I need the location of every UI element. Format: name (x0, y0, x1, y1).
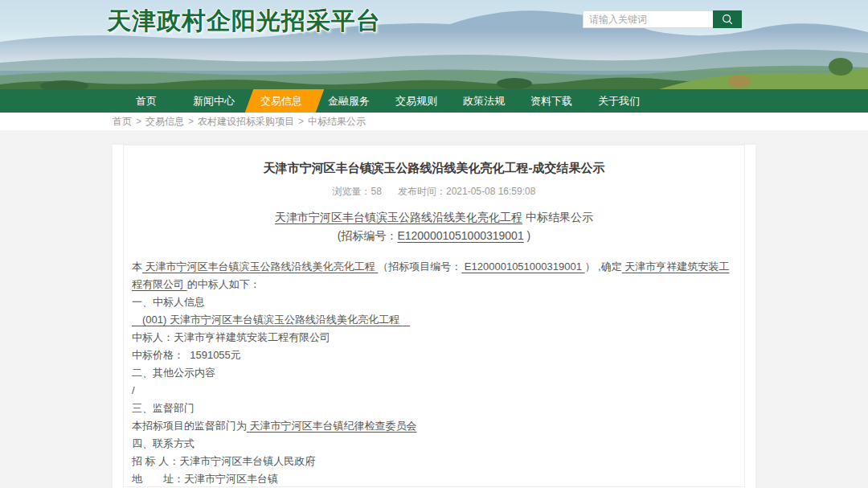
nav-item-label: 政策法规 (463, 95, 505, 107)
plain-text: 的中标人如下： (187, 278, 260, 290)
publish-label: 发布时间： (398, 186, 446, 197)
plain-text: 二、其他公示内容 (132, 367, 215, 379)
plain-text: ） ,确定 (585, 260, 622, 273)
plain-text: 三、监督部门 (132, 402, 194, 414)
plain-text: / (132, 384, 135, 396)
header-banner: 天津政村企阳光招采平台 (0, 0, 868, 89)
nav-item-label: 新闻中心 (193, 95, 235, 107)
nav-item-label: 交易规则 (395, 95, 437, 107)
search-button[interactable] (713, 10, 742, 28)
plain-text: 本 (132, 260, 142, 273)
nav-item-0[interactable]: 首页 (113, 89, 180, 113)
breadcrumb-item[interactable]: 中标结果公示 (308, 116, 366, 127)
search-icon (721, 13, 734, 26)
nav-item-3[interactable]: 金融服务 (315, 89, 383, 113)
nav-item-1[interactable]: 新闻中心 (180, 89, 248, 113)
article-body: 本 天津市宁河区丰台镇滨玉公路线沿线美化亮化工程 （招标项目编号： E12000… (130, 258, 738, 487)
nav-item-5[interactable]: 政策法规 (450, 89, 518, 113)
content-line: / (132, 382, 736, 400)
nav-list: 首页新闻中心交易信息金融服务交易规则政策法规资料下载关于我们 (0, 89, 868, 113)
breadcrumb-item[interactable]: 首页 (113, 116, 132, 127)
nav-item-2[interactable]: 交易信息 (248, 89, 315, 113)
underlined-text: 天津市宁河区丰台镇滨玉公路线沿线美化亮化工程 (275, 211, 522, 223)
breadcrumb-item[interactable]: 农村建设招标采购项目 (198, 116, 294, 127)
content-line: 地 址：天津市宁河区丰台镇 (132, 470, 736, 487)
plain-text: 中标人：天津市亨祥建筑安装工程有限公司 (132, 331, 330, 343)
breadcrumb-separator: > (136, 116, 141, 127)
nav-item-6[interactable]: 资料下载 (518, 89, 585, 113)
breadcrumb-item[interactable]: 交易信息 (145, 116, 184, 127)
award-paragraph: 本 天津市宁河区丰台镇滨玉公路线沿线美化亮化工程 （招标项目编号： E12000… (132, 258, 736, 293)
article-meta: 浏览量：58发布时间：2021-05-08 16:59:08 (130, 186, 738, 197)
plain-text: 中标价格： 1591055元 (132, 349, 241, 361)
content-line: 二、其他公示内容 (132, 364, 736, 382)
search-bar (583, 10, 742, 28)
plain-text: 四、联系方式 (132, 437, 194, 449)
plain-text: 招 标 人：天津市宁河区丰台镇人民政府 (132, 455, 315, 467)
underlined-text: 天津市宁河区丰台镇纪律检查委员会 (247, 420, 417, 432)
content-line: 四、联系方式 (132, 435, 736, 453)
content-line: 招 标 人：天津市宁河区丰台镇人民政府 (132, 453, 736, 470)
content-line: 三、监督部门 (132, 400, 736, 417)
underlined-text: 天津市宁河区丰台镇滨玉公路线沿线美化亮化工程 (142, 260, 378, 273)
main-area: 天津市宁河区丰台镇滨玉公路线沿线美化亮化工程-成交结果公示 浏览量：58发布时间… (0, 130, 868, 488)
nav-item-4[interactable]: 交易规则 (383, 89, 450, 113)
breadcrumb-separator: > (298, 116, 304, 127)
main-nav: 首页新闻中心交易信息金融服务交易规则政策法规资料下载关于我们 (0, 89, 868, 113)
nav-item-label: 交易信息 (260, 95, 302, 107)
plain-text: 中标结果公示 (522, 211, 593, 223)
plain-text: (招标编号： (338, 229, 398, 242)
site-title: 天津政村企阳光招采平台 (107, 5, 381, 38)
content-line: 本招标项目的监督部门为 天津市宁河区丰台镇纪律检查委员会 (132, 417, 736, 435)
content-line: 中标人：天津市亨祥建筑安装工程有限公司 (132, 329, 736, 347)
views-label: 浏览量： (333, 186, 371, 197)
nav-item-7[interactable]: 关于我们 (585, 89, 653, 113)
nav-item-label: 关于我们 (598, 95, 640, 107)
plain-text: 地 址：天津市宁河区丰台镇 (132, 473, 278, 485)
notice-bid-number: (招标编号：E1200001051000319001 ) (130, 227, 738, 245)
search-input[interactable] (583, 10, 713, 28)
content-line: 一、中标人信息 (132, 293, 736, 311)
plain-text: 本招标项目的监督部门为 (132, 420, 247, 432)
underlined-text: (001) 天津市宁河区丰台镇滨玉公路线沿线美化亮化工程 (132, 314, 410, 326)
plain-text: （招标项目编号： (378, 260, 461, 273)
notice-title: 天津市宁河区丰台镇滨玉公路线沿线美化亮化工程 中标结果公示 (130, 208, 738, 227)
content-lines: 一、中标人信息 (001) 天津市宁河区丰台镇滨玉公路线沿线美化亮化工程 中标人… (132, 293, 736, 487)
article-card-inner: 天津市宁河区丰台镇滨玉公路线沿线美化亮化工程-成交结果公示 浏览量：58发布时间… (123, 145, 745, 487)
breadcrumb: 首页>交易信息>农村建设招标采购项目>中标结果公示 (0, 113, 868, 130)
breadcrumb-separator: > (188, 116, 194, 127)
page: 天津政村企阳光招采平台 首页新闻中心交易信息金融服务交易规则政策法规资料下载关于… (0, 0, 868, 488)
publish-time: 2021-05-08 16:59:08 (446, 186, 535, 197)
article-card: 天津市宁河区丰台镇滨玉公路线沿线美化亮化工程-成交结果公示 浏览量：58发布时间… (113, 145, 755, 488)
views-count: 58 (371, 186, 382, 197)
nav-item-label: 首页 (136, 95, 157, 107)
plain-text: ) (524, 229, 531, 242)
content-line: (001) 天津市宁河区丰台镇滨玉公路线沿线美化亮化工程 (132, 311, 736, 329)
nav-item-label: 资料下载 (530, 95, 572, 107)
nav-item-label: 金融服务 (328, 95, 370, 107)
underlined-text: E1200001051000319001 (397, 229, 523, 242)
plain-text: 一、中标人信息 (132, 296, 205, 308)
underlined-text: E1200001051000319001 (461, 260, 584, 273)
content-line: 中标价格： 1591055元 (132, 347, 736, 364)
page-title: 天津市宁河区丰台镇滨玉公路线沿线美化亮化工程-成交结果公示 (130, 160, 738, 175)
